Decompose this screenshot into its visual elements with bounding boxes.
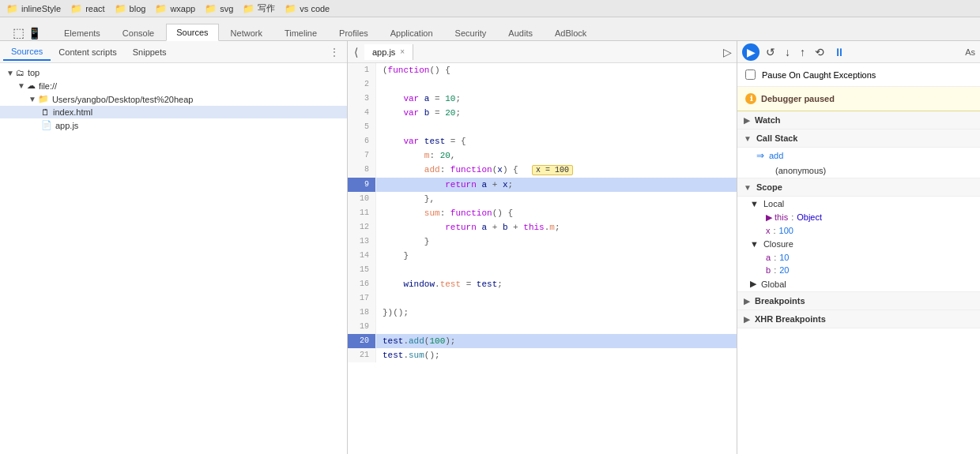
code-tab-label: app.js: [372, 47, 395, 57]
tree-item-index[interactable]: 🗒 index.html: [0, 106, 347, 118]
xhr-breakpoints-section-header[interactable]: ▶ XHR Breakpoints: [737, 310, 980, 328]
line-number: 1: [348, 63, 376, 77]
folder-icon: 📁: [70, 3, 82, 14]
breadcrumb-item[interactable]: 📁 vs code: [285, 3, 330, 14]
breadcrumb-label: svg: [220, 4, 233, 13]
folder-icon: 📁: [38, 94, 49, 104]
line-number: 15: [348, 263, 376, 277]
step-into-button[interactable]: ↓: [782, 44, 793, 60]
code-line-9: 9 return a + x;: [348, 178, 737, 192]
prop-value: Object: [797, 212, 822, 223]
line-content: var test = {: [376, 134, 466, 148]
closure-b-row[interactable]: b : 20: [737, 264, 980, 276]
local-scope-header[interactable]: ▼ Local: [737, 197, 980, 211]
code-tab-controls: ⟨: [348, 44, 364, 60]
chevron-down-icon: ▼: [750, 199, 759, 208]
colon: :: [774, 226, 776, 235]
sources-tab-more[interactable]: ⋮: [325, 47, 344, 58]
breadcrumb-item[interactable]: 📁 blog: [115, 3, 146, 14]
code-line-5: 5: [348, 120, 737, 134]
device-button[interactable]: 📱: [28, 27, 41, 39]
tab-adblock[interactable]: AdBlock: [545, 24, 597, 41]
code-line-19: 19: [348, 320, 737, 334]
folder-icon: 📁: [205, 3, 217, 14]
code-tab-right-controls: ▷: [723, 46, 737, 58]
code-line-6: 6 var test = {: [348, 134, 737, 148]
pause-info-icon: ℹ: [745, 93, 756, 104]
tab-audits[interactable]: Audits: [498, 24, 543, 41]
breadcrumb-item[interactable]: 📁 react: [70, 3, 104, 14]
breadcrumb-item[interactable]: 📁 svg: [205, 3, 233, 14]
closure-a-row[interactable]: a : 10: [737, 251, 980, 264]
sources-subtabs: Sources Content scripts Snippets ⋮: [0, 41, 347, 63]
line-number: 13: [348, 235, 376, 249]
tree-item-folder[interactable]: ▼ 📁 Users/yangbo/Desktop/test%20heap: [0, 92, 347, 106]
toggle-sidebar-button[interactable]: ⟨: [352, 44, 360, 60]
local-this-row[interactable]: ▶ this : Object: [737, 211, 980, 224]
tab-network[interactable]: Network: [220, 24, 273, 41]
debugger-toolbar: ▶ ↺ ↓ ↑ ⟲ ⏸ As: [737, 41, 980, 63]
debugger-paused-banner: ℹ Debugger paused: [737, 87, 980, 111]
line-content: [376, 320, 388, 334]
line-content: return a + x;: [376, 178, 513, 192]
call-stack-item-add[interactable]: ⇒ add: [737, 148, 980, 163]
code-tab-appjs[interactable]: app.js ×: [364, 44, 413, 60]
breadcrumb-label: react: [85, 4, 104, 13]
folder-icon: 📁: [155, 3, 167, 14]
prop-name: x: [766, 226, 771, 235]
inspector-button[interactable]: ⬚: [13, 25, 24, 40]
tab-console[interactable]: Console: [112, 24, 164, 41]
line-number: 18: [348, 306, 376, 320]
prop-value: 100: [779, 226, 793, 235]
tab-security[interactable]: Security: [445, 24, 497, 41]
line-content: [376, 263, 388, 277]
step-out-button[interactable]: ↑: [797, 44, 808, 60]
sources-tab-sources[interactable]: Sources: [3, 43, 51, 61]
local-x-row[interactable]: x : 100: [737, 224, 980, 237]
sources-tab-snippets[interactable]: Snippets: [125, 44, 175, 60]
tree-item-file[interactable]: ▼ ☁ file://: [0, 79, 347, 92]
line-content: var b = 20;: [376, 106, 461, 120]
scope-section-header[interactable]: ▼ Scope: [737, 178, 980, 197]
call-stack-content: ⇒ add (anonymous): [737, 148, 980, 178]
line-number: 12: [348, 220, 376, 235]
deactivate-breakpoints-button[interactable]: ⟲: [812, 44, 827, 60]
call-stack-item-anonymous[interactable]: (anonymous): [737, 163, 980, 178]
tree-item-appjs[interactable]: 📄 app.js: [0, 118, 347, 132]
chevron-down-icon: ▼: [744, 183, 752, 192]
tab-application[interactable]: Application: [380, 24, 443, 41]
close-tab-icon[interactable]: ×: [400, 47, 405, 56]
breadcrumb-label: blog: [130, 4, 146, 13]
watch-section-header[interactable]: ▶ Watch: [737, 111, 980, 129]
line-content: add: function(x) { x = 100: [376, 163, 573, 178]
play-button[interactable]: ▷: [723, 46, 732, 58]
pause-exceptions-label: Pause On Caught Exceptions: [762, 70, 876, 80]
code-line-14: 14 }: [348, 249, 737, 263]
breakpoints-section-header[interactable]: ▶ Breakpoints: [737, 292, 980, 310]
tree-arrow: ▼: [6, 69, 14, 77]
code-line-15: 15: [348, 263, 737, 277]
code-line-4: 4 var b = 20;: [348, 106, 737, 120]
breadcrumb-bar: 📁 inlineStyle 📁 react 📁 blog 📁 wxapp 📁 s…: [0, 0, 980, 17]
breadcrumb-item[interactable]: 📁 写作: [243, 2, 275, 14]
resume-button[interactable]: ▶: [742, 43, 760, 61]
code-line-3: 3 var a = 10;: [348, 92, 737, 106]
pause-exceptions-checkbox[interactable]: [745, 69, 756, 80]
tree-item-top[interactable]: ▼ 🗂 top: [0, 66, 347, 79]
code-tabs: ⟨ app.js × ▷: [348, 41, 737, 63]
tab-timeline[interactable]: Timeline: [274, 24, 327, 41]
sources-tab-content-scripts[interactable]: Content scripts: [51, 44, 124, 60]
closure-scope-header[interactable]: ▼ Closure: [737, 237, 980, 251]
call-stack-section-header[interactable]: ▼ Call Stack: [737, 129, 980, 148]
file-icon: 📄: [41, 120, 52, 130]
global-scope-header[interactable]: ▶ Global: [737, 276, 980, 291]
line-content: window.test = test;: [376, 277, 503, 291]
breadcrumb-item[interactable]: 📁 inlineStyle: [6, 3, 61, 14]
pause-button[interactable]: ⏸: [831, 44, 848, 60]
breadcrumb-item[interactable]: 📁 wxapp: [155, 3, 195, 14]
tab-sources[interactable]: Sources: [166, 24, 218, 41]
line-number: 10: [348, 192, 376, 206]
tab-profiles[interactable]: Profiles: [329, 24, 379, 41]
tab-elements[interactable]: Elements: [54, 24, 111, 41]
step-over-button[interactable]: ↺: [763, 44, 778, 60]
